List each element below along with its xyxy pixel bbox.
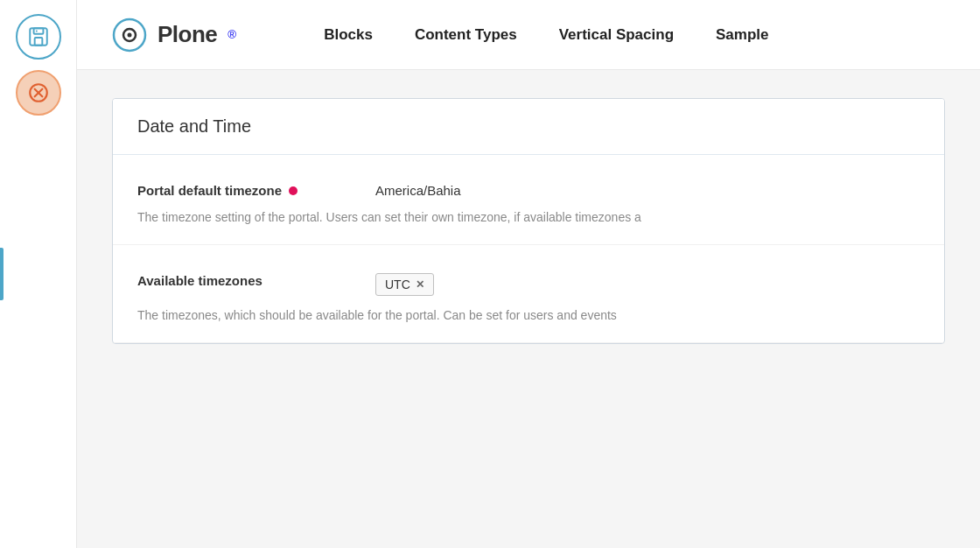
svg-rect-0 [30, 28, 47, 46]
card-body: Portal default timezone America/Bahia Th… [113, 155, 944, 343]
plone-logo-icon [112, 18, 147, 53]
settings-card: Date and Time Portal default timezone Am… [112, 98, 945, 344]
logo-text: Plone [158, 21, 217, 48]
available-timezones-tags: UTC ✕ [375, 270, 920, 296]
sidebar [0, 0, 77, 548]
header: Plone ® Blocks Content Types Vertical Sp… [77, 0, 980, 70]
cancel-button[interactable] [16, 70, 61, 116]
nav-item-blocks[interactable]: Blocks [324, 26, 373, 44]
required-indicator [289, 186, 298, 195]
available-timezones-label: Available timezones [137, 270, 347, 288]
portal-timezone-description: The timezone setting of the portal. User… [137, 208, 920, 227]
svg-rect-1 [33, 28, 43, 34]
timezone-tag-remove[interactable]: ✕ [416, 278, 424, 291]
nav-item-sample[interactable]: Sample [716, 26, 768, 44]
portal-timezone-value[interactable]: America/Bahia [375, 179, 920, 198]
svg-rect-2 [34, 38, 42, 46]
main-area: Plone ® Blocks Content Types Vertical Sp… [77, 0, 980, 548]
card-header: Date and Time [113, 99, 944, 155]
logo-trademark: ® [228, 28, 236, 41]
content-area: Date and Time Portal default timezone Am… [77, 70, 980, 548]
nav-item-content-types[interactable]: Content Types [415, 26, 517, 44]
nav-item-vertical-spacing[interactable]: Vertical Spacing [559, 26, 674, 44]
field-portal-timezone: Portal default timezone America/Bahia Th… [113, 155, 944, 245]
save-button[interactable] [16, 14, 61, 60]
card-title: Date and Time [137, 116, 920, 137]
available-timezones-description: The timezones, which should be available… [137, 306, 920, 325]
timezone-tag-label: UTC [385, 278, 410, 292]
portal-timezone-label: Portal default timezone [137, 179, 347, 198]
sidebar-indicator [0, 248, 4, 300]
field-available-timezones: Available timezones UTC ✕ The timezones,… [113, 245, 944, 343]
svg-point-9 [128, 32, 132, 37]
logo[interactable]: Plone ® [112, 18, 236, 53]
main-nav: Blocks Content Types Vertical Spacing Sa… [324, 26, 768, 44]
timezone-tag-utc[interactable]: UTC ✕ [375, 273, 434, 296]
